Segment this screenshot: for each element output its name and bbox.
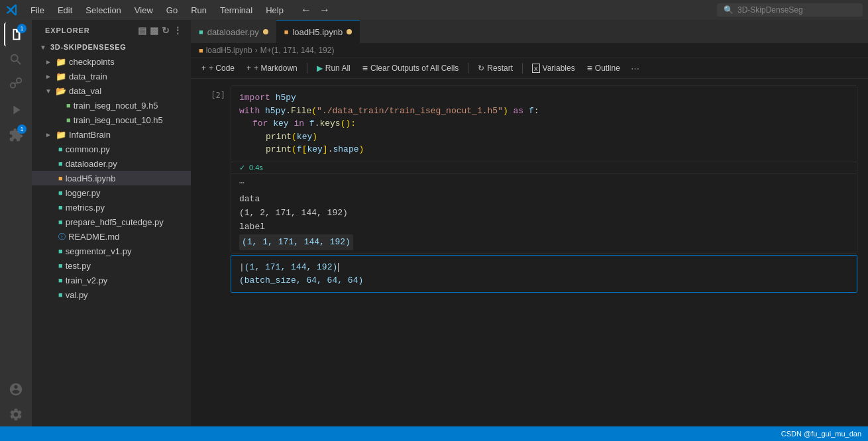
menubar: File Edit Selection View Go Run Terminal…	[0, 0, 868, 20]
tab-loadh5[interactable]: ■ loadH5.ipynb	[276, 20, 360, 43]
sidebar-item-train-v2[interactable]: ■ train_v2.py	[32, 273, 191, 287]
new-folder-icon[interactable]: ▩	[150, 25, 159, 36]
f-var3: f	[297, 144, 302, 154]
cell-2: |(1, 171, 144, 192) (batch_size, 64, 64,…	[191, 255, 868, 293]
explorer-badge: 1	[17, 24, 27, 33]
sidebar-root[interactable]: ▼ 3D-SKIPDENSESEG	[32, 40, 191, 54]
activity-extensions-icon[interactable]: 1	[4, 123, 28, 147]
tab-dataloader[interactable]: ■ dataloader.py	[191, 20, 276, 43]
h5py-obj: h5py	[265, 106, 286, 116]
global-search-bar[interactable]: 🔍 3D-SkipDenseSeg	[717, 3, 863, 17]
sidebar-item-loadh5[interactable]: ■ loadH5.ipynb	[32, 171, 191, 185]
menu-terminal[interactable]: Terminal	[215, 4, 258, 17]
attribution-text: CSDN @fu_gui_mu_dan	[781, 430, 861, 438]
sidebar-item-segmentor[interactable]: ■ segmentor_v1.py	[32, 244, 191, 258]
more-actions-button[interactable]: ⋯	[627, 62, 643, 75]
menu-go[interactable]: Go	[161, 4, 183, 17]
keys-fn: keys	[319, 119, 340, 128]
file-fn: File	[291, 106, 311, 116]
menu-run[interactable]: Run	[186, 4, 212, 17]
folder-open-icon: 📂	[56, 86, 66, 96]
segmentor-label: segmentor_v1.py	[66, 246, 132, 256]
clear-outputs-label: Clear Outputs of All Cells	[370, 64, 459, 73]
sidebar-item-val[interactable]: ■ val.py	[32, 287, 191, 302]
sidebar-item-metrics[interactable]: ■ metrics.py	[32, 200, 191, 215]
f-var: f	[529, 106, 534, 116]
menu-file[interactable]: File	[25, 4, 50, 17]
sidebar-item-data-train[interactable]: ► 📁 data_train	[32, 69, 191, 83]
menu-help[interactable]: Help	[260, 4, 289, 17]
code-line-4: print(key)	[239, 130, 849, 144]
new-file-icon[interactable]: ▤	[138, 25, 147, 36]
sidebar-item-prepare[interactable]: ■ prepare_hdf5_cutedge.py	[32, 215, 191, 229]
tab-bar: ■ dataloader.py ■ loadH5.ipynb	[191, 20, 868, 43]
sidebar-item-logger[interactable]: ■ logger.py	[32, 185, 191, 200]
output-line-dots: ⋯	[239, 177, 849, 193]
clear-outputs-button[interactable]: ≡ Clear Outputs of All Cells	[357, 61, 464, 75]
data-train-label: data_train	[69, 72, 107, 81]
outline-icon: ≡	[587, 63, 592, 74]
sidebar-tree: ▼ 3D-SKIPDENSESEG ► 📁 checkpoints ► 📁 da…	[32, 38, 191, 426]
metrics-py-label: metrics.py	[66, 203, 105, 213]
extensions-badge: 1	[17, 124, 27, 134]
activity-source-control-icon[interactable]	[4, 73, 28, 97]
activity-settings-icon[interactable]	[4, 403, 28, 426]
breadcrumb-location[interactable]: M+(1, 171, 144, 192)	[260, 46, 335, 55]
print-fn2: print	[266, 144, 292, 154]
add-code-button[interactable]: + + Code	[196, 62, 240, 75]
py-icon: ■	[58, 203, 63, 211]
code-line-3: for key in f.keys():	[239, 117, 849, 130]
variables-button[interactable]: x Variables	[527, 62, 580, 75]
sidebar-item-checkpoints[interactable]: ► 📁 checkpoints	[32, 54, 191, 69]
search-icon: 🔍	[724, 5, 733, 15]
sidebar-item-data-val[interactable]: ▼ 📂 data_val	[32, 83, 191, 98]
cell-2-body[interactable]: |(1, 171, 144, 192) (batch_size, 64, 64,…	[231, 255, 857, 293]
menu-edit[interactable]: Edit	[52, 4, 78, 17]
sidebar-item-readme[interactable]: ⓘ README.md	[32, 229, 191, 244]
menu-view[interactable]: View	[129, 4, 158, 17]
outline-button[interactable]: ≡ Outline	[582, 61, 625, 75]
sidebar-item-train-iseg10[interactable]: ■ train_iseg_nocut_10.h5	[32, 113, 191, 127]
check-icon: ✓	[239, 164, 245, 172]
editor-area: ■ dataloader.py ■ loadH5.ipynb ■ loadH5.…	[191, 20, 868, 426]
activity-run-debug-icon[interactable]	[4, 98, 28, 122]
py-icon: ■	[58, 247, 63, 255]
activity-explorer-icon[interactable]: 1	[4, 23, 28, 46]
sidebar-item-infantbrain[interactable]: ► 📁 InfantBrain	[32, 127, 191, 142]
output-label-value: (1, 1, 171, 144, 192)	[239, 234, 849, 251]
nav-back-icon[interactable]: ←	[298, 3, 314, 17]
notebook-content[interactable]: [2] import h5py with h5py.File("./data_t…	[191, 79, 868, 426]
loadh5-ipynb-label: loadH5.ipynb	[66, 173, 116, 183]
breadcrumb-file[interactable]: loadH5.ipynb	[206, 46, 252, 55]
cell-2-line-1: |(1, 171, 144, 192)	[239, 261, 849, 274]
logger-py-label: logger.py	[66, 188, 101, 198]
sidebar-item-test[interactable]: ■ test.py	[32, 258, 191, 273]
for-keyword: for	[252, 119, 273, 128]
sidebar-item-common[interactable]: ■ common.py	[32, 142, 191, 156]
refresh-icon[interactable]: ↻	[162, 25, 170, 36]
nav-arrows: ← →	[298, 3, 333, 17]
nav-forward-icon[interactable]: →	[317, 3, 333, 17]
run-all-button[interactable]: ▶ Run All	[311, 62, 356, 75]
checkpoints-label: checkpoints	[69, 57, 115, 67]
tab-loadh5-modified-dot	[347, 29, 352, 34]
activity-accounts-icon[interactable]	[4, 377, 28, 401]
data-train-arrow-icon: ►	[45, 73, 53, 80]
text-cursor	[338, 263, 339, 272]
add-markdown-button[interactable]: + + Markdown	[241, 62, 303, 75]
activity-search-icon[interactable]	[4, 48, 28, 72]
cell-1-status: ✓ 0.4s	[231, 162, 857, 173]
cell-1-code[interactable]: import h5py with h5py.File("./data_train…	[231, 86, 857, 162]
tab-loadh5-label: loadH5.ipynb	[292, 27, 343, 37]
cell-2-code[interactable]: |(1, 171, 144, 192) (batch_size, 64, 64,…	[231, 256, 857, 292]
root-label: 3D-SKIPDENSESEG	[50, 43, 126, 51]
sidebar-item-train-iseg9[interactable]: ■ train_iseg_nocut_9.h5	[32, 98, 191, 113]
sidebar-item-dataloader[interactable]: ■ dataloader.py	[32, 156, 191, 171]
collapse-all-icon[interactable]: ⋮	[173, 25, 183, 36]
menu-selection[interactable]: Selection	[80, 4, 126, 17]
tab-ipynb-icon: ■	[284, 28, 289, 36]
tab-dataloader-modified-dot	[263, 29, 268, 34]
restart-button[interactable]: ↻ Restart	[472, 62, 518, 75]
variables-label: Variables	[543, 64, 575, 73]
train-iseg9-label: train_iseg_nocut_9.h5	[74, 101, 158, 111]
